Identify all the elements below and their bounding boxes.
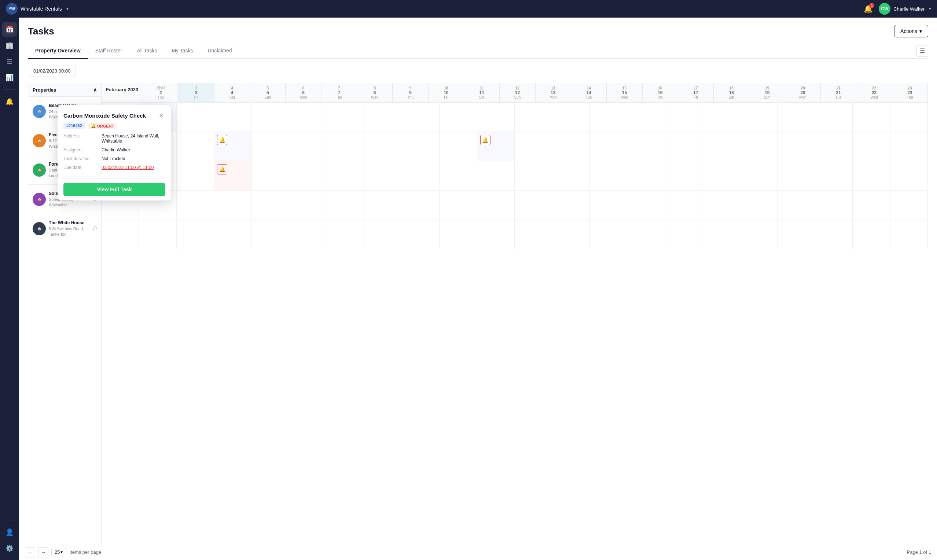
urgency-badge: 🔔 URGENT	[88, 123, 117, 129]
tab-staff-roster[interactable]: Staff Roster	[88, 43, 130, 59]
tab-my-tasks[interactable]: My Tasks	[164, 43, 200, 59]
task-chip-fleet-5[interactable]: 🔔	[217, 135, 227, 145]
cell-solent-16	[627, 191, 665, 220]
cell-fleet-21	[815, 132, 853, 161]
date-filter-input[interactable]: 01/02/2023 00:00	[28, 65, 76, 77]
cell-beach-21	[815, 103, 853, 132]
tabs-left: Property Overview Staff Roster All Tasks…	[28, 43, 239, 58]
cell-fleet-19	[740, 132, 777, 161]
nav-left: YW Whistable Rentals ▾	[6, 3, 69, 15]
day-col-11: 11 11 Sat	[464, 83, 500, 102]
day-col-21: 21 21 Tue	[821, 83, 856, 102]
notification-button[interactable]: 🔔 1	[864, 5, 873, 13]
cell-beach-16	[627, 103, 665, 132]
view-full-task-button[interactable]: View Full Task	[63, 183, 165, 196]
cell-wh-13	[515, 220, 552, 249]
cell-forest-17	[665, 161, 702, 190]
cell-beach-13	[515, 103, 552, 132]
company-chevron-icon[interactable]: ▾	[66, 6, 69, 11]
task-chip-fleet-12[interactable]: 🔔	[480, 135, 491, 145]
assignee-row: Assignee: Charlie Walker	[63, 147, 165, 152]
cell-solent-7	[289, 191, 327, 220]
cell-beach-6	[252, 103, 289, 132]
user-menu[interactable]: CW Charlie Walker ▾	[879, 3, 931, 15]
sidebar-item-chart[interactable]: 📊	[2, 70, 17, 85]
cell-wh-23	[891, 220, 928, 249]
cell-solent-10	[402, 191, 440, 220]
day-col-16: 16 16 Thu	[643, 83, 678, 102]
cell-fleet-4	[177, 132, 214, 161]
collapse-icon[interactable]: ∧	[93, 87, 97, 93]
cell-solent-5	[214, 191, 251, 220]
cell-fleet-22	[853, 132, 890, 161]
cell-wh-19	[740, 220, 777, 249]
cell-forest-6	[252, 161, 289, 190]
cell-forest-23	[891, 161, 928, 190]
sidebar-item-settings[interactable]: ⚙️	[2, 541, 17, 555]
cell-wh-4	[177, 220, 214, 249]
next-page-button[interactable]: →	[38, 547, 48, 557]
cell-beach-20	[777, 103, 815, 132]
calendar-toggle-button[interactable]: ☰	[917, 45, 928, 57]
cell-forest-12	[477, 161, 515, 190]
duration-row: Task duration: Not Tracked	[63, 156, 165, 161]
cell-solent-13	[515, 191, 552, 220]
avatar: 🏠	[32, 193, 46, 206]
tab-unclaimed[interactable]: Unclaimed	[200, 43, 239, 59]
cell-wh-8	[327, 220, 365, 249]
popup-badges: #216462 🔔 URGENT	[58, 123, 171, 134]
cell-fleet-6	[252, 132, 289, 161]
bottom-bar: ← → 25 ▾ Items per page Page 1 of 1	[19, 544, 937, 560]
close-icon[interactable]: ✕	[157, 111, 165, 120]
day-col-12: 12 12 Sun	[500, 83, 535, 102]
sidebar-item-bell[interactable]: 🔔	[2, 94, 17, 109]
prev-page-button[interactable]: ←	[25, 547, 35, 557]
info-icon[interactable]: ⓘ	[93, 226, 97, 231]
per-page-chevron-icon: ▾	[60, 549, 63, 555]
page-title: Tasks	[28, 26, 54, 37]
sidebar-item-calendar[interactable]: 📅	[2, 22, 17, 37]
grid-header: February 2023 15:03 2 Thu 3 3 Fri 4	[102, 83, 928, 103]
cell-solent-4	[177, 191, 214, 220]
sidebar-item-user[interactable]: 👤	[2, 525, 17, 540]
tab-all-tasks[interactable]: All Tasks	[129, 43, 164, 59]
cell-solent-12	[477, 191, 515, 220]
cell-beach-4	[177, 103, 214, 132]
sidebar-item-building[interactable]: 🏢	[2, 38, 17, 53]
cell-beach-10	[402, 103, 440, 132]
company-logo[interactable]: YW	[6, 3, 18, 15]
cell-forest-13	[515, 161, 552, 190]
cell-wh-10	[402, 220, 440, 249]
popup-details: Address: Beach House, 24 Island Wall, Wh…	[58, 134, 171, 178]
grid-row-solent	[102, 191, 928, 220]
address-row: Address: Beach House, 24 Island Wall, Wh…	[63, 134, 165, 144]
per-page-selector[interactable]: 25 ▾	[51, 548, 66, 556]
page-header: Tasks Actions ▾	[28, 25, 928, 37]
pagination-left: ← → 25 ▾ Items per page	[25, 547, 101, 557]
tab-property-overview[interactable]: Property Overview	[28, 43, 88, 59]
grid-row-fleet-house: 🔔 🔔	[102, 132, 928, 161]
day-col-22: 22 22 Wed	[856, 83, 892, 102]
cell-beach-19	[740, 103, 777, 132]
grid-row-forest-house: 🔔	[102, 161, 928, 191]
sidebar-item-list[interactable]: ☰	[2, 54, 17, 69]
cell-solent-23	[891, 191, 928, 220]
cell-forest-20	[777, 161, 815, 190]
items-per-page-label: Items per page	[69, 549, 101, 555]
cell-solent-20	[777, 191, 815, 220]
day-col-14: 14 14 Tue	[571, 83, 607, 102]
actions-button[interactable]: Actions ▾	[894, 25, 928, 37]
cell-wh-6	[252, 220, 289, 249]
day-col-17: 17 17 Fri	[678, 83, 714, 102]
cell-fleet-5: 🔔	[214, 132, 251, 161]
user-name: Charlie Walker	[893, 6, 925, 12]
due-date-value[interactable]: 03/02/2023 11:00 @ 11:00	[102, 165, 165, 170]
actions-chevron-icon: ▾	[919, 28, 922, 34]
cell-wh-21	[815, 220, 853, 249]
task-chip-forest-5[interactable]: 🔔	[217, 164, 227, 174]
cell-beach-14	[552, 103, 589, 132]
cell-fleet-12: 🔔	[477, 132, 515, 161]
cell-solent-15	[590, 191, 627, 220]
day-col-2: 15:03 2 Thu	[143, 83, 178, 102]
day-col-10: 10 10 Fri	[429, 83, 464, 102]
